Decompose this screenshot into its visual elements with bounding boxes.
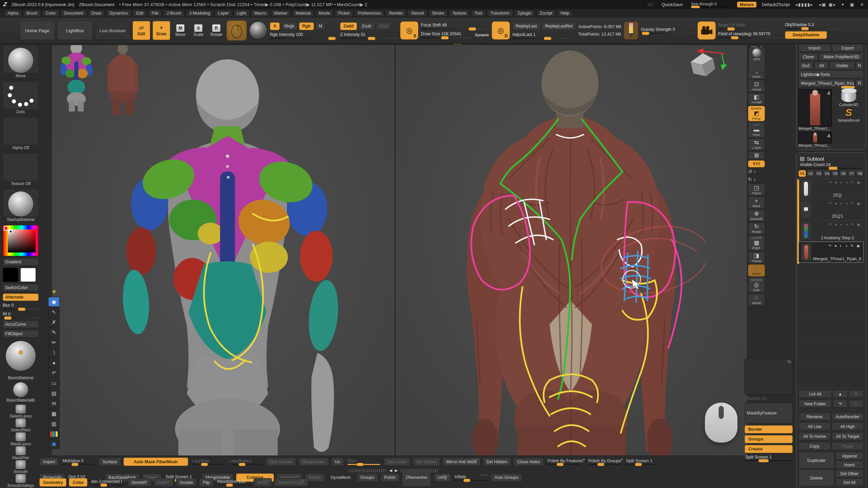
goz-visible-button[interactable]: Visible <box>830 62 854 69</box>
sculpt-brush-icon[interactable]: ✎ <box>851 201 854 205</box>
menu-item[interactable]: Transform <box>487 10 513 17</box>
move-mode-button[interactable]: M Move <box>173 24 188 37</box>
move-down-button[interactable]: ▼ <box>849 390 864 398</box>
lock-icon[interactable]: ⊠ <box>748 151 765 160</box>
eraser-icon[interactable]: ▭ <box>48 378 60 388</box>
dot-brush-icon[interactable]: ● <box>48 358 60 368</box>
color-picker[interactable] <box>3 225 39 256</box>
bottom-control[interactable]: Surface <box>99 458 121 466</box>
tray-resize-handle[interactable]: ◀ ▶ <box>349 468 438 473</box>
clone-button[interactable]: Clone <box>798 53 818 61</box>
collapse-right-icon[interactable]: ▶ <box>395 468 397 473</box>
cursor-icon[interactable]: ↖ <box>48 307 60 317</box>
half-tone-icon[interactable]: ◐ <box>840 244 842 248</box>
bottom-control[interactable]: Resolution 128 <box>216 478 251 487</box>
visible-count-slider[interactable]: Visible Count 14 <box>798 162 864 169</box>
bottom-control[interactable]: Mirror And Weld x y z <box>442 458 480 466</box>
visibility-tab[interactable]: V2 <box>807 170 814 177</box>
duplicate-button[interactable]: Duplicate <box>798 452 834 469</box>
all-to-target-button[interactable]: All To Target <box>832 432 864 440</box>
bottom-control[interactable]: Double <box>176 478 197 487</box>
quicksave-button[interactable]: QuickSave <box>659 2 686 7</box>
image-alt-icon[interactable]: ▥ <box>48 419 60 429</box>
obj-shadow-slider[interactable]: ObjShadow 0.3 <box>785 22 843 29</box>
menu-item[interactable]: Stroke <box>429 10 448 17</box>
bottom-control[interactable]: Import <box>39 458 59 466</box>
gradient-button[interactable]: Gradient <box>3 258 39 266</box>
bottom-control[interactable]: Auto Mask FiberMesh <box>123 458 188 466</box>
zadd-button[interactable]: Zadd <box>340 22 357 30</box>
basic-material-b[interactable]: BasicMaterialB <box>3 382 39 403</box>
zoom3d-button[interactable]: ⊕ Zoom3D <box>748 209 765 222</box>
menu-item[interactable]: Material <box>292 10 314 17</box>
trash-icon[interactable]: ▤ <box>48 388 60 398</box>
bottom-control[interactable]: Mirror x y z <box>254 478 272 487</box>
delete-button[interactable]: Delete <box>798 470 834 486</box>
half-tone-icon[interactable]: ◐ <box>840 201 843 205</box>
bottom-control[interactable]: Flip <box>199 478 213 487</box>
home-page-button[interactable]: Home Page <box>20 21 55 40</box>
del-all-button[interactable]: Del All <box>835 479 864 486</box>
insert-button[interactable]: Insert <box>835 461 864 469</box>
bottom-control[interactable]: LazyStep <box>191 458 226 466</box>
bottom-control[interactable]: Inflate x y z <box>453 473 489 482</box>
menu-item[interactable]: Picker <box>335 10 353 17</box>
material-preview[interactable] <box>3 340 39 373</box>
export-button[interactable]: Export <box>832 44 864 52</box>
local-symmetry-button[interactable]: ⇆ L.Sym <box>748 138 765 150</box>
minimize-button[interactable]: ▾ <box>842 2 845 7</box>
line-tool-icon[interactable]: ∖ <box>48 348 60 358</box>
material-selector[interactable]: StartupMaterial <box>3 189 39 223</box>
rename-button[interactable]: Rename <box>798 413 831 421</box>
menu-item[interactable]: Brush <box>23 10 41 17</box>
bottom-control[interactable]: Close Holes <box>513 458 544 466</box>
brush-picker-button[interactable]: ◎ D <box>492 21 510 40</box>
menu-item[interactable]: File <box>148 10 162 17</box>
camera-controls-button[interactable] <box>697 21 716 40</box>
border-button[interactable]: Border <box>745 425 793 433</box>
gravity-strength-slider[interactable]: Gravity Strength 0 <box>641 27 695 34</box>
copy-subtool-button[interactable]: Copy <box>798 442 831 450</box>
actual-size-button[interactable]: ⊡ Actual <box>748 80 765 92</box>
alpha-selector[interactable]: Alpha Off <box>3 117 39 151</box>
mask-toggle-icon[interactable]: ◑ <box>846 222 848 226</box>
m-button[interactable]: M <box>315 22 326 30</box>
bottom-control[interactable]: StoreMT <box>127 478 151 487</box>
polypaint-icon[interactable]: ● <box>835 180 837 184</box>
mask-by-feature-button[interactable]: MaskByFeature <box>745 403 793 424</box>
subtool-item[interactable]: ↷ ● ◐ ◑ ✎ ◉ Merged_TPose1_Ryan_Kingslie <box>798 242 864 263</box>
all-high-button[interactable]: All High <box>832 423 864 430</box>
visibility-eye-icon[interactable]: ◉ <box>857 222 860 226</box>
visibility-tab[interactable]: V6 <box>840 170 847 177</box>
menus-button[interactable]: Menus <box>737 2 756 7</box>
visibility-eye-icon[interactable]: ◉ <box>857 201 860 205</box>
menu-item[interactable]: Light <box>234 10 250 17</box>
subtool-item[interactable]: ↷ ● ◐ ◑ ✎ ◉ 15강1 <box>798 200 864 221</box>
pencil-icon[interactable]: ✏ <box>48 338 60 347</box>
close-button[interactable]: ✕ <box>860 2 865 7</box>
draw-size-slider[interactable]: Draw Size 108.20541 <box>421 32 472 38</box>
rotate-y-icon[interactable]: ↺ Y <box>748 168 765 175</box>
xpose-button[interactable]: ∴ Xpose <box>748 293 765 306</box>
menu-item[interactable]: Zscript <box>536 10 556 17</box>
fill-object-button[interactable]: FillObject <box>3 330 39 338</box>
goz-all-button[interactable]: All <box>814 62 829 69</box>
menu-item[interactable]: Texture <box>449 10 470 17</box>
menu-item[interactable]: Dynamics <box>106 10 132 17</box>
zcut-button[interactable]: Zcut <box>376 22 391 30</box>
bottom-control[interactable]: Groups <box>357 473 378 482</box>
menu-item[interactable]: Help <box>557 10 573 17</box>
transparency-button[interactable]: ◨ Transp <box>748 251 765 264</box>
visibility-tab[interactable]: V4 <box>823 170 831 177</box>
aahalf-button[interactable]: ◧ AAHalf <box>748 93 765 105</box>
image-icon[interactable]: ▦ <box>48 409 60 419</box>
all-low-button[interactable]: All Low <box>798 423 831 430</box>
visibility-eye-icon[interactable]: ◉ <box>856 244 860 248</box>
crease-button[interactable]: Crease <box>745 445 793 453</box>
menu-item[interactable]: Stencil <box>408 10 427 17</box>
menu-item[interactable]: Edit <box>133 10 147 17</box>
half-tone-icon[interactable]: ◐ <box>840 222 843 226</box>
quick-brush-item[interactable]: SmoothValleys <box>3 474 39 488</box>
panel-toggle-icons[interactable]: ◂▣ ▣▸ <box>819 2 836 7</box>
subtool-item[interactable]: ↷ ● ◐ ◑ ✎ ◉ 15강 <box>798 179 864 200</box>
